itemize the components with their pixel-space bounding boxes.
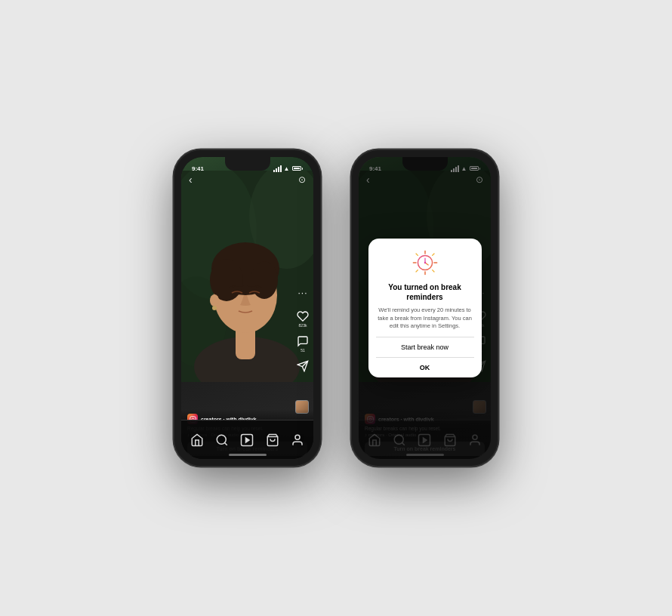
battery-1: [292, 166, 304, 171]
notch-1: [225, 157, 270, 171]
svg-point-17: [217, 435, 226, 444]
nav-reels-1[interactable]: [240, 433, 254, 447]
home-icon-1: [190, 433, 204, 447]
heart-icon-1: [297, 310, 309, 322]
comment-icon-1: [297, 335, 309, 347]
share-icon-1: [297, 360, 309, 372]
svg-point-22: [295, 435, 300, 439]
more-options-1[interactable]: ···: [297, 288, 307, 298]
comment-button-1[interactable]: 51: [297, 335, 309, 353]
home-indicator-1: [229, 454, 267, 456]
break-reminder-modal: You turned on break reminders We'll remi…: [368, 239, 482, 377]
clock-icon: [412, 249, 439, 276]
status-icons-1: ▲: [273, 165, 303, 172]
like-button-1[interactable]: 823k: [297, 310, 309, 328]
svg-line-52: [432, 254, 433, 255]
svg-line-53: [416, 270, 418, 272]
side-icons-1: ··· 823k 51: [297, 288, 309, 372]
nav-home-1[interactable]: [190, 433, 204, 447]
modal-overlay: You turned on break reminders We'll remi…: [359, 157, 491, 459]
person-image-1: [181, 171, 313, 382]
status-time-1: 9:41: [192, 165, 204, 172]
svg-point-16: [194, 417, 195, 418]
start-break-button[interactable]: Start break now: [376, 337, 474, 357]
svg-marker-20: [246, 438, 250, 442]
svg-line-51: [432, 270, 433, 272]
ok-button[interactable]: OK: [376, 358, 474, 377]
like-count-1: 823k: [299, 323, 307, 328]
modal-title: You turned on break reminders: [376, 282, 474, 302]
phone-2: 9:41 ▲ ‹ ⊙: [351, 149, 498, 467]
modal-description: We'll remind you every 20 minutes to tak…: [376, 306, 474, 331]
phone-2-screen: 9:41 ▲ ‹ ⊙: [359, 157, 491, 459]
nav-shop-1[interactable]: [266, 433, 279, 447]
nav-profile-1[interactable]: [291, 433, 304, 447]
share-button-1[interactable]: [297, 360, 309, 372]
svg-line-18: [225, 442, 227, 445]
nav-search-1[interactable]: [215, 433, 229, 447]
search-icon-1: [215, 433, 229, 447]
shop-icon-1: [266, 433, 279, 447]
phone-1-screen: 9:41 ▲ ‹ ⊙: [181, 157, 313, 459]
reels-icon-1: [240, 433, 254, 447]
svg-line-50: [416, 254, 418, 255]
comment-count-1: 51: [301, 348, 305, 353]
phones-container: 9:41 ▲ ‹ ⊙: [174, 149, 498, 467]
profile-icon-1: [291, 433, 304, 447]
phone-1: 9:41 ▲ ‹ ⊙: [174, 149, 321, 467]
svg-point-57: [424, 262, 425, 263]
svg-point-9: [251, 261, 278, 299]
svg-point-10: [210, 294, 219, 306]
wifi-icon-1: ▲: [284, 165, 290, 172]
signal-bars-1: [273, 165, 282, 172]
svg-point-11: [212, 306, 217, 310]
